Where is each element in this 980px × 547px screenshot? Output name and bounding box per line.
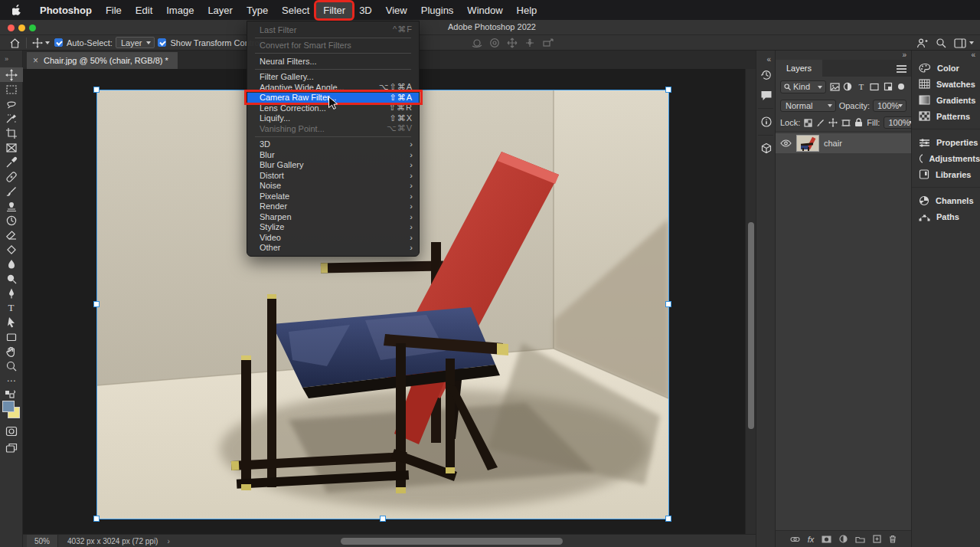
- filter-kind-dropdown[interactable]: Kind: [780, 80, 826, 93]
- menu-item-filter-gallery[interactable]: Filter Gallery...: [247, 72, 419, 83]
- delete-layer-icon[interactable]: [889, 535, 897, 543]
- panel-button-adjustments[interactable]: Adjustments: [912, 150, 980, 166]
- panel-button-channels[interactable]: Channels: [912, 192, 980, 208]
- type-layer-filter-icon[interactable]: T: [856, 81, 866, 93]
- menu-window[interactable]: Window: [460, 2, 509, 18]
- eraser-tool[interactable]: [0, 228, 23, 242]
- rectangle-shape-tool[interactable]: [0, 329, 23, 344]
- lock-paint-icon[interactable]: [816, 119, 825, 127]
- menu-image[interactable]: Image: [159, 2, 201, 18]
- menu-item-noise[interactable]: Noise›: [247, 181, 419, 192]
- transform-handle-bottom-left[interactable]: [93, 516, 100, 522]
- menu-item-lens-correction[interactable]: Lens Correction...⇧⌘R: [247, 103, 419, 113]
- menu-help[interactable]: Help: [510, 2, 544, 18]
- menu-item-liquify[interactable]: Liquify...⇧⌘X: [247, 113, 419, 124]
- menu-item-camera-raw-filter[interactable]: Camera Raw Filter...⇧⌘A: [247, 93, 419, 103]
- menu-item-neural-filters[interactable]: Neural Filters...: [247, 56, 419, 67]
- rectangular-marquee-tool[interactable]: [0, 82, 23, 97]
- blur-tool[interactable]: [0, 257, 23, 271]
- apple-logo-icon[interactable]: [12, 5, 22, 16]
- lock-all-icon[interactable]: [854, 118, 863, 127]
- brush-tool[interactable]: [0, 184, 23, 198]
- clone-stamp-tool[interactable]: [0, 198, 23, 213]
- new-group-icon[interactable]: [855, 536, 865, 543]
- foreground-color-swatch[interactable]: [2, 401, 15, 412]
- layer-visibility-eye-icon[interactable]: [780, 139, 792, 147]
- menu-item-pixelate[interactable]: Pixelate›: [247, 191, 419, 201]
- panel-button-patterns[interactable]: Patterns: [912, 108, 980, 124]
- menu-edit[interactable]: Edit: [129, 2, 159, 18]
- horizontal-scrollbar-thumb[interactable]: [341, 538, 563, 545]
- status-arrow-icon[interactable]: ›: [167, 537, 169, 545]
- vertical-scrollbar[interactable]: [745, 69, 756, 534]
- maximize-window-button[interactable]: [29, 25, 36, 31]
- vertical-scrollbar-thumb[interactable]: [748, 222, 754, 429]
- 3d-orbit-icon[interactable]: [472, 38, 483, 48]
- dodge-tool[interactable]: [0, 271, 23, 286]
- info-panel-button[interactable]: [756, 112, 776, 132]
- adjustment-layer-filter-icon[interactable]: [843, 81, 853, 93]
- layer-thumbnail[interactable]: [796, 135, 819, 152]
- menu-file[interactable]: File: [99, 2, 129, 18]
- 3d-pan-icon[interactable]: [507, 38, 518, 48]
- menu-item-video[interactable]: Video›: [247, 232, 419, 243]
- edit-toolbar-button[interactable]: ⋯: [0, 373, 23, 388]
- color-swatches[interactable]: [2, 401, 21, 419]
- history-brush-tool[interactable]: [0, 213, 23, 228]
- layer-style-fx-icon[interactable]: fx: [808, 535, 815, 544]
- panel-button-properties[interactable]: Properties: [912, 134, 980, 150]
- menu-item-sharpen[interactable]: Sharpen›: [247, 211, 419, 222]
- frame-tool[interactable]: [0, 140, 23, 155]
- type-tool[interactable]: T: [0, 300, 23, 315]
- screen-mode-button[interactable]: [0, 441, 23, 455]
- lock-transparency-icon[interactable]: [804, 119, 812, 127]
- menu-item-other[interactable]: Other›: [247, 243, 419, 254]
- auto-select-checkbox[interactable]: [54, 38, 63, 47]
- menu-item-blur[interactable]: Blur›: [247, 149, 419, 160]
- collapse-panels-icon[interactable]: «: [766, 55, 771, 64]
- menu-filter[interactable]: Filter: [316, 2, 352, 18]
- menu-item-3d[interactable]: 3D›: [247, 139, 419, 150]
- menu-3d[interactable]: 3D: [352, 2, 379, 18]
- layer-row[interactable]: chair: [776, 133, 911, 153]
- tab-close-icon[interactable]: ×: [33, 55, 38, 66]
- panel-menu-icon[interactable]: [897, 65, 906, 67]
- transform-handle-bottom-right[interactable]: [665, 516, 671, 522]
- menu-item-distort[interactable]: Distort›: [247, 170, 419, 181]
- hand-tool[interactable]: [0, 344, 23, 359]
- lock-artboard-icon[interactable]: [841, 119, 851, 127]
- 3d-slide-icon[interactable]: [524, 38, 536, 48]
- 3d-roll-icon[interactable]: [489, 38, 501, 48]
- path-selection-tool[interactable]: [0, 315, 23, 329]
- menu-layer[interactable]: Layer: [201, 2, 240, 18]
- adjustment-layer-icon[interactable]: [839, 535, 848, 543]
- quick-mask-button[interactable]: [0, 424, 23, 438]
- menu-select[interactable]: Select: [275, 2, 316, 18]
- transform-handle-mid-left[interactable]: [93, 301, 100, 307]
- share-icon[interactable]: [916, 38, 928, 48]
- expand-panel-icon[interactable]: »: [902, 51, 906, 59]
- link-layers-icon[interactable]: [790, 536, 800, 542]
- search-icon[interactable]: [936, 38, 946, 48]
- move-tool-icon[interactable]: [32, 38, 43, 48]
- crop-tool[interactable]: [0, 126, 23, 140]
- auto-select-target-dropdown[interactable]: Layer: [116, 37, 155, 48]
- home-icon[interactable]: [9, 38, 21, 48]
- toolbar-overflow-icon[interactable]: »: [0, 51, 22, 67]
- menu-item-adaptive-wide-angle[interactable]: Adaptive Wide Angle...⌥⇧⌘A: [247, 82, 419, 93]
- minimize-window-button[interactable]: [18, 25, 25, 31]
- comments-panel-button[interactable]: [756, 85, 776, 105]
- layers-tab[interactable]: Layers: [776, 60, 822, 77]
- panel-button-swatches[interactable]: Swatches: [912, 76, 980, 92]
- eyedropper-tool[interactable]: [0, 155, 23, 169]
- show-transform-checkbox[interactable]: [158, 38, 166, 47]
- new-layer-icon[interactable]: [873, 535, 881, 543]
- menu-view[interactable]: View: [379, 2, 414, 18]
- zoom-level[interactable]: 50%: [27, 535, 58, 547]
- panel-button-libraries[interactable]: Libraries: [912, 166, 980, 182]
- swap-colors-icon[interactable]: [4, 389, 19, 398]
- menu-item-blur-gallery[interactable]: Blur Gallery›: [247, 160, 419, 171]
- add-mask-icon[interactable]: [822, 536, 831, 543]
- pen-tool[interactable]: [0, 286, 23, 300]
- panel-button-gradients[interactable]: Gradients: [912, 92, 980, 108]
